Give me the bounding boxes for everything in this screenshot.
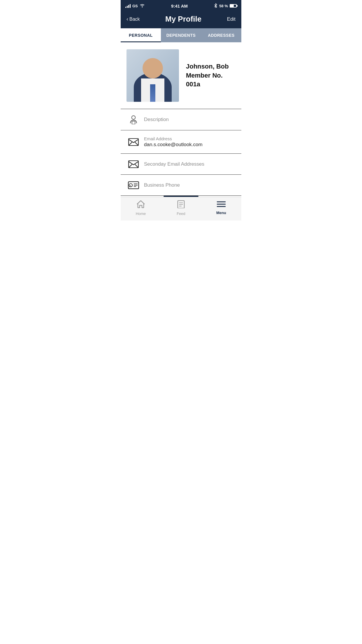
back-label: Back <box>129 17 140 22</box>
nav-bar: ‹ Back My Profile Edit <box>121 12 241 28</box>
chevron-left-icon: ‹ <box>126 16 128 22</box>
svg-line-7 <box>129 164 132 168</box>
business-phone-icon <box>126 181 140 190</box>
svg-point-1 <box>132 116 135 119</box>
svg-line-4 <box>129 142 132 146</box>
description-field[interactable]: Description <box>121 109 241 130</box>
menu-icon <box>217 200 226 209</box>
wifi-icon <box>140 4 145 8</box>
home-label: Home <box>136 211 146 216</box>
scroll-indicator <box>121 196 241 197</box>
email-icon <box>126 138 140 146</box>
secondary-email-content: Seconday Email Addresses <box>144 161 236 167</box>
svg-rect-2 <box>132 121 135 124</box>
profile-photo <box>126 49 179 102</box>
status-bar: GS 9:41 AM 58 % <box>121 0 241 12</box>
profile-name: Johnson, Bob <box>186 62 236 71</box>
tab-bar: PERSONAL DEPENDENTS ADDRESSES <box>121 28 241 42</box>
business-phone-placeholder: Business Phone <box>144 182 180 188</box>
back-button[interactable]: ‹ Back <box>126 16 140 22</box>
carrier-label: GS <box>132 4 138 8</box>
status-right: 58 % <box>214 3 237 9</box>
description-content: Description <box>144 117 236 123</box>
status-left: GS <box>125 4 145 8</box>
business-phone-field[interactable]: Business Phone <box>121 175 241 196</box>
home-icon <box>136 200 145 210</box>
description-placeholder: Description <box>144 117 169 122</box>
feed-icon <box>177 200 185 210</box>
bottom-nav-feed[interactable]: Feed <box>161 200 201 216</box>
profile-section: Johnson, Bob Member No. 001a <box>121 42 241 109</box>
profile-info: Johnson, Bob Member No. 001a <box>186 62 236 89</box>
email-field[interactable]: Email Address dan.s.cooke@outlook.com <box>121 130 241 154</box>
bluetooth-icon <box>214 3 217 9</box>
tab-personal[interactable]: PERSONAL <box>121 28 161 42</box>
battery-icon <box>230 4 237 8</box>
bottom-nav: Home Feed Menu <box>121 197 241 220</box>
secondary-email-field[interactable]: Seconday Email Addresses <box>121 154 241 175</box>
bottom-nav-home[interactable]: Home <box>121 200 161 216</box>
person-icon <box>126 115 140 124</box>
feed-label: Feed <box>177 211 185 216</box>
tab-dependents[interactable]: DEPENDENTS <box>161 28 201 42</box>
svg-line-5 <box>135 142 138 146</box>
business-phone-content: Business Phone <box>144 182 236 188</box>
secondary-email-placeholder: Seconday Email Addresses <box>144 161 204 167</box>
status-time: 9:41 AM <box>171 4 188 8</box>
email-label: Email Address <box>144 136 236 141</box>
email-content: Email Address dan.s.cooke@outlook.com <box>144 136 236 148</box>
bottom-nav-menu[interactable]: Menu <box>201 200 241 216</box>
page-title: My Profile <box>165 15 201 24</box>
edit-button[interactable]: Edit <box>227 16 236 22</box>
tab-addresses[interactable]: ADDRESSES <box>201 28 241 42</box>
svg-point-0 <box>142 7 143 7</box>
signal-icon <box>125 4 131 8</box>
svg-line-8 <box>135 164 138 168</box>
profile-member-no: Member No. 001a <box>186 71 236 89</box>
battery-percent: 58 % <box>219 4 228 8</box>
menu-label: Menu <box>216 211 226 215</box>
secondary-email-icon <box>126 160 140 168</box>
email-value: dan.s.cooke@outlook.com <box>144 142 236 148</box>
